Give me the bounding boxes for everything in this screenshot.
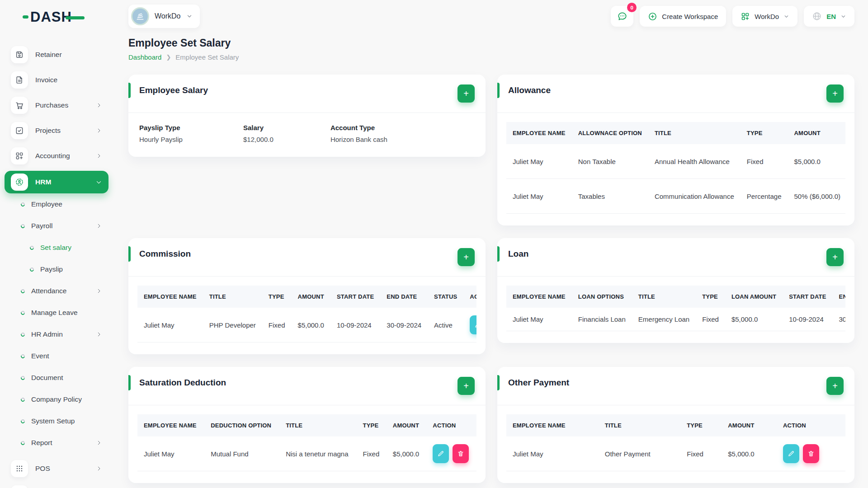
column-header: END DATE [380, 286, 428, 308]
delete-button[interactable] [453, 444, 469, 463]
delete-button[interactable] [803, 444, 819, 463]
table-cell: PHP Developer [203, 308, 262, 343]
field-value: $12,000.0 [243, 136, 330, 143]
table-cell: 30-09-2024 [380, 308, 428, 343]
sidebar-item-crm[interactable]: CRM [5, 483, 108, 488]
sidebar-item-employee[interactable]: Employee [5, 193, 108, 215]
sidebar-item-document[interactable]: Document [5, 367, 108, 389]
add-employee-salary-button[interactable]: + [458, 84, 475, 103]
column-header: TYPE [680, 414, 722, 436]
field-label: Salary [243, 124, 330, 131]
sidebar-item-label: System Setup [31, 417, 108, 425]
chevron-right-icon [96, 153, 102, 159]
edit-button[interactable] [470, 315, 476, 334]
sidebar-item-purchases[interactable]: Purchases [5, 95, 108, 116]
sidebar-item-company-policy[interactable]: Company Policy [5, 389, 108, 410]
plus-icon: + [463, 89, 469, 99]
logo-dash-icon [23, 15, 28, 19]
sidebar-item-hr-admin[interactable]: HR Admin [5, 324, 108, 345]
card-title: Saturation Deduction [139, 377, 226, 389]
sidebar-item-label: Accounting [35, 152, 96, 160]
table-cell: $5,000.0 [788, 144, 845, 179]
language-label: EN [826, 13, 836, 20]
action-cell [463, 308, 476, 343]
add-commission-button[interactable]: + [458, 248, 475, 266]
chevron-down-icon [783, 14, 789, 19]
trash-icon [457, 450, 464, 457]
invoice-icon [11, 71, 28, 89]
sidebar-item-label: Employee [31, 200, 108, 208]
messages-button[interactable]: 0 [611, 6, 633, 27]
sidebar-item-event[interactable]: Event [5, 345, 108, 367]
sidebar-item-manage-leave[interactable]: Manage Leave [5, 302, 108, 324]
sidebar-item-label: Attendance [31, 287, 96, 295]
card-commission: Commission + EMPLOYEE NAMETITLETYPEAMOUN… [128, 238, 486, 354]
table-cell: Financials Loan [572, 308, 632, 331]
sidebar-item-payroll[interactable]: Payroll [5, 215, 108, 237]
table-cell: $5,000.0 [722, 436, 777, 471]
pos-icon [11, 460, 28, 477]
create-workspace-label: Create Workspace [662, 13, 718, 20]
edit-button[interactable] [433, 444, 449, 463]
field-account-type: Account Type Horizon Bank cash [330, 124, 475, 143]
bullet-icon [20, 397, 25, 402]
sidebar: DASH RetainerInvoicePurchasesProjectsAcc… [0, 0, 113, 488]
add-loan-button[interactable]: + [826, 248, 844, 266]
workspace-selector[interactable]: WorkDo [128, 5, 200, 28]
sidebar-item-accounting[interactable]: Accounting [5, 145, 108, 166]
card-saturation-deduction: Saturation Deduction + EMPLOYEE NAMEDEDU… [128, 367, 486, 483]
sidebar-item-pos[interactable]: POS [5, 458, 108, 479]
column-header: TITLE [648, 122, 741, 144]
sidebar-item-invoice[interactable]: Invoice [5, 70, 108, 90]
card-employee-salary: Employee Salary + Payslip Type Hourly Pa… [128, 75, 486, 157]
column-header: TYPE [357, 414, 387, 436]
card-loan: Loan + EMPLOYEE NAMELOAN OPTIONSTITLETYP… [497, 238, 854, 343]
card-header: Employee Salary + [128, 75, 486, 113]
add-other-payment-button[interactable]: + [826, 377, 844, 395]
column-header: END DATE [833, 286, 845, 308]
table-row: Juliet MayPHP DeveloperFixed$5,000.010-0… [137, 308, 476, 343]
add-saturation-deduction-button[interactable]: + [458, 377, 475, 395]
card-allowance: Allowance + EMPLOYEE NAMEALLOWNACE OPTIO… [497, 75, 854, 225]
table-cell: Emergency Loan [632, 308, 696, 331]
cards-grid: Employee Salary + Payslip Type Hourly Pa… [113, 61, 868, 488]
card-header: Loan + [497, 238, 854, 277]
add-allowance-button[interactable]: + [826, 84, 844, 103]
column-header: TYPE [262, 286, 292, 308]
sidebar-item-label: Document [31, 374, 108, 382]
hrm-icon [11, 174, 28, 191]
sidebar-item-report[interactable]: Report [5, 432, 108, 454]
sidebar-item-label: Report [31, 439, 96, 447]
sidebar-item-projects[interactable]: Projects [5, 120, 108, 141]
app-logo[interactable]: DASH [0, 0, 113, 33]
workdo-menu-button[interactable]: WorkDo [732, 6, 797, 27]
sidebar-item-set-salary[interactable]: Set salary [5, 237, 108, 258]
table-row: Juliet MayOther PaymentFixed$5,000.0 [506, 436, 845, 471]
breadcrumb-dashboard-link[interactable]: Dashboard [128, 53, 161, 61]
card-title: Commission [139, 248, 191, 260]
sidebar-item-label: HR Admin [31, 330, 96, 338]
create-workspace-button[interactable]: Create Workspace [640, 6, 726, 27]
bullet-icon [20, 353, 25, 359]
sidebar-item-retainer[interactable]: Retainer [5, 44, 108, 65]
sidebar-item-attendance[interactable]: Attendance [5, 280, 108, 302]
sidebar-item-system-setup[interactable]: System Setup [5, 410, 108, 432]
edit-button[interactable] [783, 444, 799, 463]
card-title: Employee Salary [139, 84, 208, 96]
sidebar-item-hrm[interactable]: HRM [5, 171, 108, 193]
table-cell: Taxables [572, 179, 648, 214]
table-cell: Nisi a tenetur magna [279, 436, 356, 471]
table-cell: $5,000.0 [725, 308, 783, 331]
plus-icon: + [463, 381, 469, 391]
language-selector[interactable]: EN [804, 6, 854, 27]
column-header: AMOUNT [292, 286, 330, 308]
sidebar-nav: RetainerInvoicePurchasesProjectsAccounti… [0, 33, 113, 488]
field-salary: Salary $12,000.0 [243, 124, 330, 143]
chevron-right-icon [96, 465, 102, 472]
sidebar-item-payslip[interactable]: Payslip [5, 258, 108, 280]
bullet-icon [20, 202, 25, 207]
plus-icon: + [832, 89, 838, 99]
column-header: DEDUCTION OPTION [204, 414, 279, 436]
table-cell: Fixed [741, 144, 788, 179]
sidebar-item-label: Purchases [35, 101, 96, 109]
